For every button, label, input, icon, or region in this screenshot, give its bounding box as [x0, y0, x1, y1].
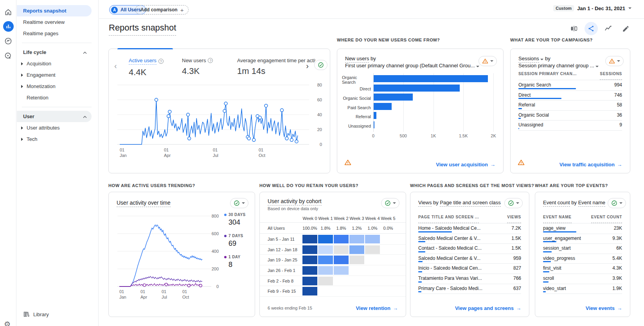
sidebar-item-acquisition[interactable]: Acquisition — [17, 58, 98, 69]
table-row[interactable]: video_start1.9K — [543, 284, 622, 294]
legend-dot — [224, 256, 227, 258]
date-range-picker[interactable]: Custom Jan 1 - Dec 31, 2021 — [553, 5, 631, 11]
metric-tab-active-users[interactable]: Active users?4.4K — [129, 58, 182, 77]
svg-text:01: 01 — [182, 289, 187, 294]
report-link[interactable]: User activity by cohort — [268, 198, 322, 205]
table-row[interactable]: user_engagement9.3K — [543, 234, 622, 244]
reports-icon[interactable] — [0, 19, 16, 34]
carousel-prev-icon[interactable]: ‹ — [114, 62, 117, 70]
advertising-icon[interactable] — [0, 48, 16, 63]
insights-icon[interactable] — [602, 22, 615, 35]
nav-divider — [22, 107, 92, 107]
table-row[interactable]: page_view23K — [543, 224, 622, 234]
metric-selector[interactable]: Views — [418, 200, 432, 207]
insight-status-pill[interactable] — [504, 198, 523, 208]
sidebar-item-monetization[interactable]: Monetization — [17, 81, 98, 92]
table-row[interactable]: Referral58 — [518, 101, 622, 111]
sidebar-item-label: Monetization — [27, 83, 56, 89]
column-header-metric[interactable]: EVENT COUNT — [591, 215, 622, 223]
sidebar-item-engagement[interactable]: Engagement — [17, 69, 98, 81]
view-user-acquisition-link[interactable]: View user acquisition→ — [436, 162, 495, 168]
home-icon[interactable] — [0, 5, 16, 19]
insight-status-pill[interactable] — [608, 198, 626, 208]
bar-category-label: Referral — [342, 112, 371, 121]
bar-referral — [374, 112, 376, 119]
legend-item-7-days[interactable]: 7 DAYS69 — [224, 234, 243, 248]
table-row[interactable]: Organic Search994 — [518, 81, 622, 91]
table-row[interactable]: Salcedo Medical Center & V...959 — [418, 254, 521, 264]
table-row[interactable]: Inicio - Salcedo Medical Cen...827 — [418, 264, 521, 274]
insight-status-pill[interactable] — [230, 198, 248, 208]
row-label: Contact - Salcedo Medical C... — [418, 245, 482, 251]
row-value: 36 — [617, 112, 622, 118]
table-row[interactable]: Home - Salcedo Medical Ce...7.2K — [418, 224, 521, 234]
explore-icon[interactable] — [0, 34, 16, 48]
table-row[interactable]: Direct746 — [518, 91, 622, 101]
dimension-selector[interactable]: Session primary channel group ... — [518, 63, 594, 68]
row-value: 1.5K — [511, 245, 521, 251]
metric-selector[interactable]: Sessions — [518, 56, 539, 63]
column-header-dimension[interactable]: PAGE TITLE AND SCREEN ... — [418, 215, 479, 223]
add-comparison-button[interactable]: Add comparison + — [135, 5, 189, 14]
help-icon: ? — [158, 59, 164, 64]
edit-icon[interactable] — [619, 22, 632, 35]
row-label: video_progress — [543, 256, 575, 261]
table-row[interactable]: video_progress5.4K — [543, 254, 622, 264]
column-header-dimension[interactable]: SESSION PRIMARY CHAN... — [518, 72, 577, 80]
dimension-selector[interactable]: Page title and screen class — [440, 200, 500, 207]
active-tab-indicator — [117, 48, 173, 49]
view-retention-link[interactable]: View retention→ — [356, 305, 398, 311]
nav-section-life-cycle[interactable]: Life cycle — [17, 47, 92, 58]
insight-warning-pill[interactable] — [605, 56, 624, 66]
insight-status-pill[interactable] — [314, 60, 327, 70]
table-row[interactable]: Salcedo Medical Center & V...1.5K — [418, 234, 521, 244]
report-link[interactable]: User activity over time — [117, 200, 171, 207]
table-row[interactable]: Organic Social36 — [518, 111, 622, 121]
table-row[interactable]: Unassigned9 — [518, 121, 622, 131]
table-row[interactable]: scroll3.9K — [543, 274, 622, 284]
cohort-card-title: User activity by cohort — [268, 198, 322, 205]
table-header: SESSION PRIMARY CHAN... SESSIONS — [518, 72, 622, 80]
new-users-bar-chart — [373, 73, 493, 132]
row-value: 3.9K — [612, 276, 622, 281]
legend-item-1-day[interactable]: 1 DAY8 — [224, 255, 241, 269]
metric-tab-average-engagement-time-per-active-us[interactable]: Average engagement time per active us1m … — [237, 58, 315, 77]
sidebar-item-reports-snapshot[interactable]: Reports snapshot — [17, 5, 92, 16]
row-value: 1.5K — [511, 236, 521, 241]
metric-selector[interactable]: New users — [345, 56, 369, 63]
dimension-selector[interactable]: First user primary channel group (Defaul… — [345, 63, 475, 68]
share-icon[interactable] — [585, 22, 598, 35]
week-header: Week 4 — [365, 216, 380, 221]
legend-item-30-days[interactable]: 30 DAYS304 — [224, 213, 246, 227]
table-row[interactable]: Primary Care - Salcedo Medi...637 — [418, 284, 521, 294]
sidebar-item-realtime-overview[interactable]: Realtime overview — [17, 16, 92, 28]
table-row[interactable]: Contact - Salcedo Medical C...1.5K — [418, 244, 521, 254]
svg-text:01: 01 — [259, 148, 263, 152]
metric-tab-new-users[interactable]: New users?4.3K — [182, 58, 237, 77]
settings-icon[interactable]: ⚙ — [4, 320, 11, 326]
pages-card: Views by Page title and screen class PAG… — [410, 192, 529, 317]
nav-section-user[interactable]: User — [17, 111, 92, 122]
view-pages-screens-link[interactable]: View pages and screens→ — [455, 305, 521, 311]
table-row[interactable]: first_visit4.3K — [543, 264, 622, 274]
table-row[interactable]: Tratamiento Para Venas Vari...766 — [418, 274, 521, 284]
column-header-metric[interactable]: SESSIONS — [600, 72, 622, 80]
metric-selector[interactable]: Event count — [543, 200, 570, 207]
sidebar-item-retention[interactable]: Retention — [17, 92, 98, 103]
column-header-dimension[interactable]: EVENT NAME — [543, 215, 572, 223]
library-item[interactable]: Library — [23, 311, 49, 317]
dimension-selector[interactable]: Event name — [578, 200, 605, 207]
view-events-link[interactable]: View events→ — [586, 305, 622, 311]
comparison-toggle-icon[interactable] — [567, 22, 581, 35]
sidebar-item-user-attributes[interactable]: User attributes — [17, 122, 98, 133]
bar-organic-social — [374, 94, 413, 101]
view-traffic-acquisition-link[interactable]: View traffic acquisition→ — [559, 162, 622, 168]
column-header-metric[interactable]: VIEWS — [507, 215, 521, 223]
sidebar-item-tech[interactable]: Tech — [17, 133, 98, 145]
cohort-cell — [318, 235, 333, 243]
arrow-right-icon: → — [490, 162, 495, 168]
insight-status-pill[interactable] — [381, 198, 399, 208]
insight-warning-pill[interactable] — [479, 56, 497, 66]
sidebar-item-realtime-pages[interactable]: Realtime pages — [17, 28, 92, 39]
table-row[interactable]: session_start6K — [543, 244, 622, 254]
